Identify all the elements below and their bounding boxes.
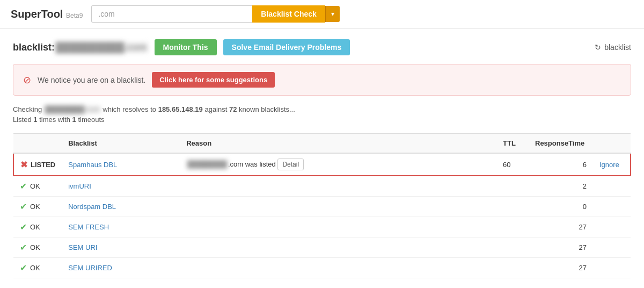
ip-address: 185.65.148.19 — [158, 105, 203, 113]
ignore-link[interactable]: Ignore — [599, 161, 619, 169]
blacklist-cell: SEM URIRED — [62, 258, 180, 278]
alert-text: We notice you are on a blacklist. — [38, 76, 145, 84]
response-time-cell: 27 — [529, 237, 593, 258]
action-cell — [593, 217, 631, 237]
table-row: ✔OKSEM FRESH27 — [13, 217, 631, 237]
ttl-cell — [496, 237, 529, 258]
x-icon: ✖ — [20, 160, 27, 170]
blacklist-link[interactable]: SEM FRESH — [68, 223, 109, 231]
ttl-cell: 60 — [496, 153, 529, 176]
response-time-cell: 6 — [529, 153, 593, 176]
reason-text: .com was listed — [228, 160, 276, 168]
alert-banner: ⊘ We notice you are on a blacklist. Clic… — [13, 64, 631, 96]
blacklist-cell: Nordspam DBL — [62, 197, 180, 217]
response-time-cell: 0 — [529, 197, 593, 217]
response-time-cell: 27 — [529, 258, 593, 278]
check-info-line: Checking ████████.com which resolves to … — [13, 105, 631, 113]
listed-info-line: Listed 1 times with 1 timeouts — [13, 116, 631, 124]
header: SuperTool Beta9 Blacklist Check ▾ — [0, 0, 644, 28]
col-status — [13, 134, 62, 154]
blacklist-check-dropdown-button[interactable]: ▾ — [325, 6, 340, 22]
blacklist-count: 72 — [229, 105, 237, 113]
ttl-cell — [496, 197, 529, 217]
reason-cell — [180, 237, 496, 258]
blacklist-cell: SEM URI — [62, 237, 180, 258]
check-icon: ✔ — [20, 242, 27, 253]
table-row: ✔OKNordspam DBL0 — [13, 197, 631, 217]
check-icon: ✔ — [20, 222, 27, 232]
col-response: ResponseTime — [529, 134, 593, 154]
table-body: ✖LISTEDSpamhaus DBL████████.com was list… — [13, 153, 631, 278]
search-bar: Blacklist Check ▾ — [91, 5, 340, 23]
status-ok: ✔OK — [20, 263, 55, 273]
main-content: blacklist:██████████.com Monitor This So… — [0, 28, 644, 288]
table-header: Blacklist Reason TTL ResponseTime — [13, 134, 631, 154]
col-reason: Reason — [180, 134, 496, 154]
suggestions-button[interactable]: Click here for some suggestions — [152, 72, 275, 88]
refresh-blacklist[interactable]: ↻ blacklist — [595, 43, 631, 52]
check-icon: ✔ — [20, 181, 27, 191]
col-blacklist: Blacklist — [62, 134, 180, 154]
blacklist-link[interactable]: SEM URI — [68, 243, 97, 251]
status-cell: ✔OK — [13, 237, 62, 258]
blacklist-cell: Spamhaus DBL — [62, 153, 180, 176]
status-cell: ✔OK — [13, 258, 62, 278]
status-ok: ✔OK — [20, 181, 55, 191]
search-input[interactable] — [91, 5, 252, 23]
check-icon: ✔ — [20, 263, 27, 273]
blacklist-header: blacklist:██████████.com Monitor This So… — [13, 39, 631, 55]
blacklist-domain: ██████████.com — [55, 42, 148, 53]
ttl-cell — [496, 217, 529, 237]
refresh-label: blacklist — [604, 43, 631, 52]
refresh-icon: ↻ — [595, 43, 601, 52]
alert-icon: ⊘ — [23, 74, 31, 86]
check-icon: ✔ — [20, 201, 27, 212]
detail-button[interactable]: Detail — [277, 159, 304, 170]
reason-cell — [180, 217, 496, 237]
action-cell — [593, 197, 631, 217]
action-cell: Ignore — [593, 153, 631, 176]
status-cell: ✔OK — [13, 217, 62, 237]
reason-cell: ████████.com was listed Detail — [180, 153, 496, 176]
status-ok: ✔OK — [20, 242, 55, 253]
blacklist-prefix: blacklist:██████████.com — [13, 42, 148, 53]
brand-logo: SuperTool Beta9 — [11, 8, 83, 20]
brand-name: SuperTool — [11, 8, 63, 20]
table-row: ✔OKSEM URIRED27 — [13, 258, 631, 278]
blacklist-link[interactable]: ivmURI — [68, 182, 91, 190]
ttl-cell — [496, 258, 529, 278]
table-row: ✔OKSEM URI27 — [13, 237, 631, 258]
status-ok: ✔OK — [20, 222, 55, 232]
col-ttl: TTL — [496, 134, 529, 154]
col-action — [593, 134, 631, 154]
listed-count: 1 — [33, 116, 37, 124]
action-cell — [593, 176, 631, 197]
reason-cell — [180, 258, 496, 278]
reason-domain: ████████ — [186, 160, 228, 168]
brand-beta: Beta9 — [66, 12, 83, 19]
blacklist-link[interactable]: Nordspam DBL — [68, 203, 116, 211]
table-row: ✖LISTEDSpamhaus DBL████████.com was list… — [13, 153, 631, 176]
monitor-this-button[interactable]: Monitor This — [155, 39, 217, 55]
checking-domain: ████████.com — [44, 105, 101, 113]
table-row: ✔OKivmURI2 — [13, 176, 631, 197]
timeout-count: 1 — [72, 116, 76, 124]
blacklist-table: Blacklist Reason TTL ResponseTime ✖LISTE… — [13, 133, 631, 278]
blacklist-link[interactable]: Spamhaus DBL — [68, 161, 117, 169]
status-listed: ✖LISTED — [20, 160, 55, 170]
response-time-cell: 2 — [529, 176, 593, 197]
blacklist-link[interactable]: SEM URIRED — [68, 264, 112, 272]
blacklist-check-button[interactable]: Blacklist Check — [252, 5, 325, 23]
response-time-cell: 27 — [529, 217, 593, 237]
action-cell — [593, 258, 631, 278]
action-cell — [593, 237, 631, 258]
blacklist-cell: ivmURI — [62, 176, 180, 197]
status-ok: ✔OK — [20, 201, 55, 212]
status-cell: ✖LISTED — [13, 153, 62, 176]
solve-email-button[interactable]: Solve Email Delivery Problems — [223, 39, 350, 55]
blacklist-cell: SEM FRESH — [62, 217, 180, 237]
reason-cell — [180, 176, 496, 197]
status-cell: ✔OK — [13, 197, 62, 217]
status-cell: ✔OK — [13, 176, 62, 197]
ttl-cell — [496, 176, 529, 197]
